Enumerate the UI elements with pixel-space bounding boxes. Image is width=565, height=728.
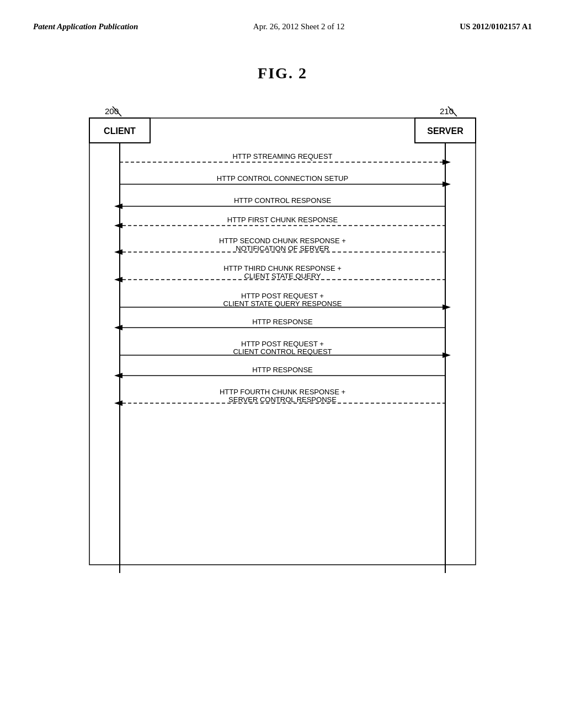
label-streaming-request: HTTP STREAMING REQUEST	[232, 152, 332, 160]
label-post-request-2b: CLIENT CONTROL REQUEST	[233, 347, 332, 356]
sequence-diagram-container: 200 210 CLIENT SERVER HTTP STREAMING REQ…	[56, 99, 509, 586]
arrow-response-2-head	[114, 373, 122, 378]
page-header: Patent Application Publication Apr. 26, …	[33, 22, 532, 31]
arrow-third-chunk-head	[114, 277, 122, 282]
label-post-request-2a: HTTP POST REQUEST +	[241, 340, 324, 348]
label-second-chunk-1: HTTP SECOND CHUNK RESPONSE +	[219, 237, 346, 245]
label-second-chunk-2: NOTIFICATION OF SERVER	[236, 244, 329, 253]
arrow-control-setup-head	[443, 181, 451, 187]
label-third-chunk-1: HTTP THIRD CHUNK RESPONSE +	[223, 264, 342, 272]
label-response-2: HTTP RESPONSE	[252, 366, 313, 374]
arrow-streaming-request-head	[443, 159, 451, 165]
arrow-second-chunk-head	[114, 249, 122, 255]
header-publication-type: Patent Application Publication	[33, 22, 138, 31]
header-patent-number: US 2012/0102157 A1	[460, 22, 532, 31]
page: Patent Application Publication Apr. 26, …	[0, 0, 565, 728]
label-post-request-1a: HTTP POST REQUEST +	[241, 292, 324, 300]
arrow-control-response-head	[114, 204, 122, 209]
arrow-response-1-head	[114, 325, 122, 330]
server-ref-label: 210	[440, 106, 454, 116]
label-fourth-chunk-1: HTTP FOURTH CHUNK RESPONSE +	[220, 388, 345, 396]
figure-title: FIG. 2	[33, 65, 532, 82]
label-response-1: HTTP RESPONSE	[252, 318, 313, 326]
server-label: SERVER	[427, 126, 463, 136]
label-first-chunk: HTTP FIRST CHUNK RESPONSE	[227, 216, 338, 224]
sequence-diagram-svg: 200 210 CLIENT SERVER HTTP STREAMING REQ…	[56, 99, 509, 584]
header-date-sheet: Apr. 26, 2012 Sheet 2 of 12	[253, 22, 345, 31]
label-control-response: HTTP CONTROL RESPONSE	[234, 196, 332, 205]
arrow-post-request-1-head	[443, 304, 451, 310]
arrow-fourth-chunk-head	[114, 400, 122, 406]
label-post-request-1b: CLIENT STATE QUERY RESPONSE	[223, 299, 342, 308]
arrow-post-request-2-head	[443, 352, 451, 358]
label-control-setup: HTTP CONTROL CONNECTION SETUP	[217, 174, 348, 183]
label-third-chunk-2: CLIENT STATE QUERY	[244, 272, 321, 280]
label-fourth-chunk-2: SERVER CONTROL RESPONSE	[228, 395, 337, 404]
client-label: CLIENT	[104, 126, 136, 136]
arrow-first-chunk-head	[114, 223, 122, 228]
